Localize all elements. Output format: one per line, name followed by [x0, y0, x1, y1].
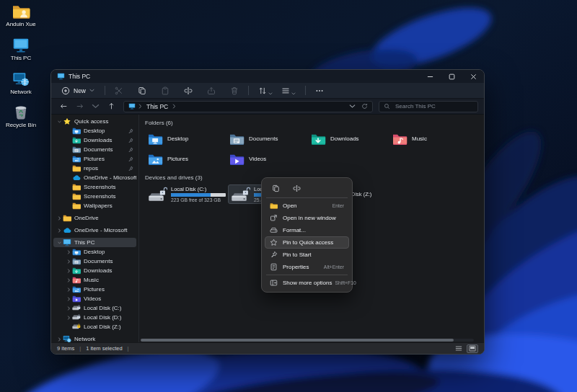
- quick-action-copy[interactable]: [270, 183, 281, 193]
- user-folder-icon: [12, 3, 31, 20]
- sidebar-item-local-disk-d[interactable]: Local Disk (D:): [53, 313, 136, 322]
- sidebar-item-label: Downloads: [84, 137, 126, 143]
- up-button[interactable]: [105, 101, 118, 112]
- sidebar-item-label: OneDrive: [74, 215, 136, 221]
- sidebar-item-onedrive[interactable]: OneDrive: [53, 213, 136, 223]
- back-button[interactable]: [57, 101, 70, 112]
- desktop-icon-recycle-bin[interactable]: Recycle Bin: [0, 104, 42, 129]
- context-menu-item-pin-to-start[interactable]: Pin to Start: [265, 249, 349, 261]
- expand-chevron-icon[interactable]: [66, 316, 72, 320]
- delete-button[interactable]: [226, 84, 242, 97]
- folder-tile-pictures[interactable]: Pictures: [145, 150, 226, 168]
- address-dropdown-icon[interactable]: [349, 103, 356, 110]
- expand-chevron-icon[interactable]: [66, 250, 72, 254]
- quick-action-rename[interactable]: [291, 183, 302, 193]
- paste-button[interactable]: [157, 84, 173, 97]
- share-button[interactable]: [203, 84, 219, 97]
- sidebar-item-onedrive-microsoft[interactable]: OneDrive - Microsoft: [53, 226, 136, 235]
- sidebar-item-local-disk-c[interactable]: Local Disk (C:): [53, 303, 136, 313]
- titlebar[interactable]: This PC: [51, 70, 484, 83]
- sidebar-item-local-disk-z[interactable]: Local Disk (Z:): [53, 322, 136, 331]
- folder-tile-downloads[interactable]: Downloads: [308, 130, 389, 148]
- close-button[interactable]: [462, 70, 484, 83]
- sidebar-item-label: This PC: [74, 239, 136, 246]
- drive-tile-local-disk-c[interactable]: Local Disk (C:) 223 GB free of 323 GB: [145, 184, 226, 204]
- context-menu-item-properties[interactable]: Properties Alt+Enter: [265, 261, 349, 273]
- expand-chevron-icon[interactable]: [66, 269, 72, 273]
- desktop-icon-anduin-xue[interactable]: Anduin Xue: [0, 3, 42, 28]
- folder-tile-desktop[interactable]: Desktop: [145, 130, 226, 148]
- sidebar-item-label: Documents: [84, 146, 126, 153]
- sidebar-item-desktop[interactable]: Desktop: [53, 126, 136, 135]
- sidebar-item-label: Pictures: [84, 156, 126, 162]
- folders-section-header[interactable]: Folders (6): [145, 120, 484, 126]
- menu-star-icon: [270, 239, 278, 246]
- sidebar-item-documents[interactable]: Documents: [53, 257, 136, 266]
- sidebar-item-documents[interactable]: Documents: [53, 145, 136, 154]
- rename-button[interactable]: [180, 84, 196, 97]
- folder-videos-icon: [229, 153, 245, 166]
- context-menu-item-format[interactable]: Format...: [265, 224, 349, 236]
- sidebar-item-music[interactable]: Music: [53, 275, 136, 285]
- thumbnail-view-button[interactable]: [467, 344, 478, 353]
- folder-tile-documents[interactable]: Documents: [226, 130, 308, 148]
- breadcrumb[interactable]: This PC: [123, 101, 373, 112]
- sort-button[interactable]: [255, 84, 276, 97]
- context-menu-item-open[interactable]: Open Enter: [265, 200, 349, 212]
- folder-tile-music[interactable]: Music: [389, 130, 471, 148]
- sidebar-item-screenshots[interactable]: Screenshots: [53, 182, 136, 192]
- sidebar-item-this-pc[interactable]: This PC: [53, 238, 136, 247]
- maximize-button[interactable]: [441, 70, 462, 83]
- view-button[interactable]: [278, 84, 299, 97]
- sidebar-item-label: Desktop: [84, 128, 126, 134]
- horizontal-scrollbar[interactable]: [141, 339, 474, 342]
- copy-button[interactable]: [134, 84, 150, 97]
- capacity-bar: [171, 193, 226, 197]
- expand-chevron-icon[interactable]: [56, 337, 63, 342]
- recent-locations-button[interactable]: [89, 101, 102, 112]
- menu-divider: [266, 197, 348, 198]
- sidebar-item-onedrive-microsoft[interactable]: OneDrive - Microsoft: [53, 173, 136, 182]
- new-button[interactable]: New: [57, 85, 99, 97]
- sidebar-item-desktop[interactable]: Desktop: [53, 247, 136, 257]
- sidebar-item-downloads[interactable]: Downloads: [53, 135, 136, 145]
- expand-chevron-icon[interactable]: [66, 306, 72, 311]
- search-box[interactable]: [379, 101, 478, 112]
- window-app-icon: [57, 73, 65, 80]
- details-view-button[interactable]: [453, 344, 464, 353]
- desktop-icon-this-pc[interactable]: This PC: [0, 37, 42, 62]
- context-menu-item-open-in-new-window[interactable]: Open in new window: [265, 212, 349, 224]
- more-options-button[interactable]: [312, 84, 327, 97]
- folder-tile-videos[interactable]: Videos: [226, 150, 308, 168]
- search-input[interactable]: [394, 102, 473, 110]
- breadcrumb-item[interactable]: This PC: [145, 103, 169, 110]
- new-button-label: New: [74, 87, 86, 94]
- sidebar-item-pictures[interactable]: Pictures: [53, 154, 136, 164]
- cut-button[interactable]: [111, 84, 127, 97]
- expand-chevron-icon[interactable]: [66, 259, 72, 264]
- sidebar-item-quick-access[interactable]: Quick access: [53, 117, 136, 126]
- sidebar-item-screenshots[interactable]: Screenshots: [53, 192, 136, 201]
- context-menu-item-pin-to-quick-access[interactable]: Pin to Quick access: [265, 236, 349, 249]
- expand-chevron-icon[interactable]: [66, 288, 72, 292]
- scrollbar-thumb[interactable]: [141, 339, 454, 342]
- expand-chevron-icon[interactable]: [56, 120, 63, 124]
- expand-chevron-icon[interactable]: [56, 216, 63, 220]
- selected-count: 1 item selected: [86, 345, 122, 352]
- sidebar-item-repos[interactable]: repos: [53, 164, 136, 173]
- expand-chevron-icon[interactable]: [56, 241, 63, 245]
- pin-icon: [128, 156, 133, 162]
- sidebar-item-downloads[interactable]: Downloads: [53, 266, 136, 275]
- expand-chevron-icon[interactable]: [66, 297, 72, 301]
- sidebar-item-pictures[interactable]: Pictures: [53, 285, 136, 294]
- forward-button[interactable]: [73, 101, 86, 112]
- sidebar-item-videos[interactable]: Videos: [53, 294, 136, 303]
- sidebar-item-wallpapers[interactable]: Wallpapers: [53, 201, 136, 210]
- expand-chevron-icon[interactable]: [56, 228, 63, 233]
- refresh-icon[interactable]: [361, 103, 368, 110]
- desktop-icon-network[interactable]: Network: [0, 71, 42, 96]
- minimize-button[interactable]: [419, 70, 441, 83]
- context-menu-item-show-more-options[interactable]: Show more options Shift+F10: [265, 277, 349, 289]
- sidebar-item-network[interactable]: Network: [53, 334, 136, 342]
- expand-chevron-icon[interactable]: [66, 278, 72, 282]
